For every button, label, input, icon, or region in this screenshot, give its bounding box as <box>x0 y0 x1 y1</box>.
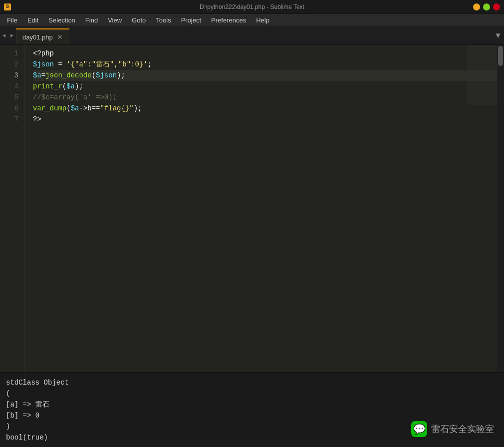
code-line-2: $json = '{"a":"雷石","b":0}'; <box>33 59 504 70</box>
wechat-icon: 💬 <box>411 421 427 437</box>
menu-item-view[interactable]: View <box>103 15 127 25</box>
line-numbers: 1234567 <box>0 45 25 372</box>
tab-nav-left[interactable]: ◀ <box>0 26 8 44</box>
menu-bar: FileEditSelectionFindViewGotoToolsProjec… <box>0 14 504 27</box>
menu-item-preferences[interactable]: Preferences <box>206 15 251 25</box>
output-line: [a] => 雷石 <box>6 399 498 410</box>
output-line: [b] => 0 <box>6 410 498 421</box>
app-icon: S <box>4 3 11 10</box>
code-line-6: var_dump($a->b=="flag{}"); <box>33 103 504 114</box>
tab-label: day01.php <box>22 33 53 41</box>
window-controls[interactable] <box>473 3 500 10</box>
line-number-1: 1 <box>14 48 18 59</box>
line-number-3: 3 <box>14 70 18 81</box>
output-line: stdClass Object <box>6 377 498 388</box>
close-button[interactable] <box>493 3 500 10</box>
output-line: ( <box>6 388 498 399</box>
tab-dropdown-button[interactable]: ▼ <box>492 27 504 45</box>
title-bar: S D:\python222\day01.php - Sublime Text <box>0 0 504 14</box>
menu-item-find[interactable]: Find <box>80 15 103 25</box>
tab-bar: ◀ ▶ day01.php ✕ ▼ <box>0 27 504 45</box>
menu-item-file[interactable]: File <box>2 15 22 25</box>
line-number-4: 4 <box>14 81 18 92</box>
maximize-button[interactable] <box>483 3 490 10</box>
code-line-3: $a=json_decode($json); <box>33 70 504 81</box>
menu-item-tools[interactable]: Tools <box>151 15 176 25</box>
watermark: 💬 雷石安全实验室 <box>411 421 494 437</box>
scrollbar-thumb[interactable] <box>498 46 503 66</box>
output-panel: stdClass Object( [a] => 雷石 [b] => 0)bool… <box>0 372 504 447</box>
tab-day01[interactable]: day01.php ✕ <box>16 28 69 44</box>
tab-nav-right[interactable]: ▶ <box>8 26 16 44</box>
scrollbar[interactable] <box>497 45 504 372</box>
menu-item-selection[interactable]: Selection <box>43 15 80 25</box>
code-line-7: ?> <box>33 114 504 125</box>
minimap <box>467 45 497 105</box>
tab-close-button[interactable]: ✕ <box>57 33 63 41</box>
code-line-1: <?php <box>33 48 504 59</box>
code-area[interactable]: <?php $json = '{"a":"雷石","b":0}'; $a=jso… <box>25 45 504 372</box>
menu-item-goto[interactable]: Goto <box>127 15 151 25</box>
window-title: D:\python222\day01.php - Sublime Text <box>200 3 304 10</box>
watermark-text: 雷石安全实验室 <box>431 424 494 435</box>
editor: 1234567 <?php $json = '{"a":"雷石","b":0}'… <box>0 45 504 372</box>
code-line-4: print_r($a); <box>33 81 504 92</box>
line-number-5: 5 <box>14 92 18 103</box>
menu-item-edit[interactable]: Edit <box>22 15 43 25</box>
code-line-5: //$c=array('a' =>0); <box>33 92 504 103</box>
line-number-2: 2 <box>14 59 18 70</box>
menu-item-project[interactable]: Project <box>176 15 206 25</box>
menu-item-help[interactable]: Help <box>251 15 274 25</box>
line-number-6: 6 <box>14 103 18 114</box>
minimize-button[interactable] <box>473 3 480 10</box>
line-number-7: 7 <box>14 114 18 125</box>
